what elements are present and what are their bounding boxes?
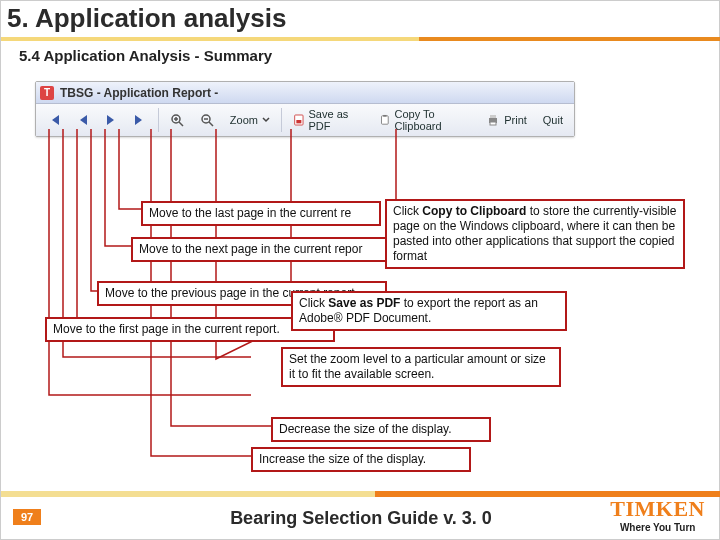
clipboard-icon [379, 113, 391, 127]
copy-clipboard-button[interactable]: Copy To Clipboard [372, 107, 477, 133]
next-page-button[interactable] [98, 107, 124, 133]
chevron-down-icon [262, 116, 270, 124]
zoom-dropdown[interactable]: Zoom [223, 107, 277, 133]
toolbar-separator [158, 108, 159, 132]
app-icon: T [40, 86, 54, 100]
title-underline [1, 37, 720, 41]
slide: 5. Application analysis 5.4 Application … [0, 0, 720, 540]
brand-logo: TIMKEN [610, 496, 705, 522]
brand-tagline: Where You Turn [610, 522, 705, 533]
quit-button[interactable]: Quit [536, 107, 570, 133]
section-title: 5. Application analysis [7, 3, 286, 34]
callout-last-page: Move to the last page in the current re [141, 201, 381, 226]
section-subheading: 5.4 Application Analysis - Summary [19, 47, 272, 64]
app-titlebar: T TBSG - Application Report - [36, 82, 574, 104]
zoom-in-button[interactable] [163, 107, 191, 133]
print-button[interactable]: Print [479, 107, 534, 133]
last-page-icon [133, 113, 147, 127]
callout-save-pdf: Click Save as PDF to export the report a… [291, 291, 567, 331]
last-page-button[interactable] [126, 107, 154, 133]
svg-rect-7 [490, 115, 496, 118]
first-page-button[interactable] [40, 107, 68, 133]
save-pdf-button[interactable]: Save as PDF [286, 107, 370, 133]
zoom-out-button[interactable] [193, 107, 221, 133]
callout-zoom-decrease: Decrease the size of the display. [271, 417, 491, 442]
prev-page-button[interactable] [70, 107, 96, 133]
toolbar-separator [281, 108, 282, 132]
svg-rect-3 [296, 120, 301, 123]
print-icon [486, 113, 500, 127]
next-page-icon [105, 113, 117, 127]
svg-rect-8 [490, 122, 496, 125]
callout-zoom-increase: Increase the size of the display. [251, 447, 471, 472]
callout-next-page: Move to the next page in the current rep… [131, 237, 391, 262]
callout-copy-clipboard: Click Copy to Clipboard to store the cur… [385, 199, 685, 269]
quit-label: Quit [543, 114, 563, 126]
app-window: T TBSG - Application Report - [35, 81, 575, 137]
save-pdf-label: Save as PDF [309, 108, 363, 132]
first-page-icon [47, 113, 61, 127]
prev-page-icon [77, 113, 89, 127]
brand-block: TIMKEN Where You Turn [610, 496, 705, 533]
zoom-out-icon [200, 113, 214, 127]
app-window-title: TBSG - Application Report - [60, 86, 218, 100]
copy-clipboard-label: Copy To Clipboard [394, 108, 470, 132]
zoom-in-icon [170, 113, 184, 127]
zoom-label: Zoom [230, 114, 258, 126]
app-toolbar: Zoom Save as PDF Copy To Clipboard Print… [36, 104, 574, 136]
svg-rect-5 [383, 115, 386, 117]
print-label: Print [504, 114, 527, 126]
svg-rect-4 [381, 116, 388, 124]
pdf-icon [293, 113, 305, 127]
callout-zoom-set: Set the zoom level to a particular amoun… [281, 347, 561, 387]
